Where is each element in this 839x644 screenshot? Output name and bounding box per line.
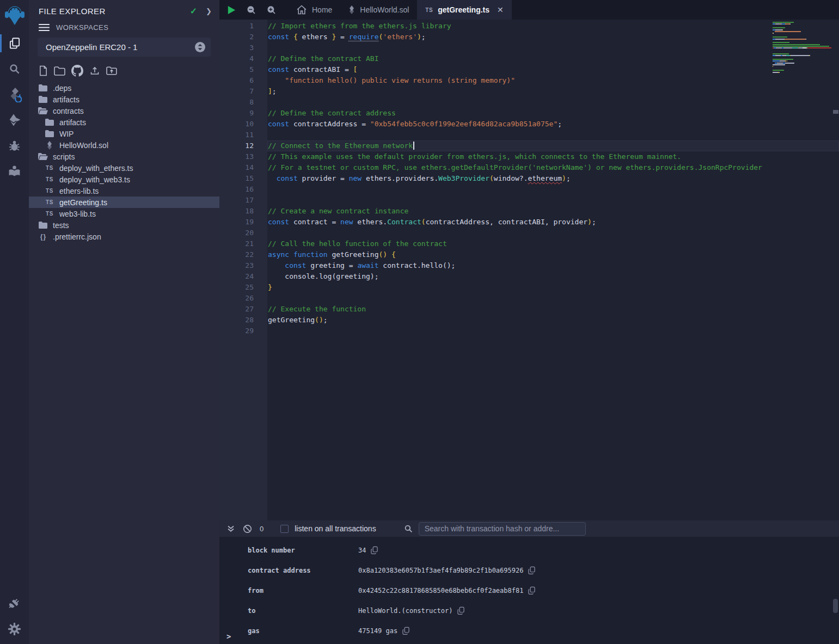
code-line-26[interactable] <box>267 293 839 304</box>
code-line-24[interactable]: console.log(greeting); <box>267 271 839 282</box>
code-line-9[interactable]: // Define the contract address <box>267 108 839 119</box>
zoom-out-icon[interactable] <box>241 0 261 20</box>
line-number: 11 <box>219 130 254 140</box>
code-line-28[interactable]: getGreeting(); <box>267 315 839 326</box>
code-line-23[interactable]: const greeting = await contract.hello(); <box>267 260 839 271</box>
line-number: 1 <box>219 21 254 32</box>
file-item-web3-lib-ts[interactable]: TSweb3-lib.ts <box>29 208 219 219</box>
terminal-search-input[interactable] <box>419 522 586 536</box>
settings-button[interactable] <box>0 616 29 642</box>
solidity-compiler-button[interactable] <box>0 82 29 107</box>
code-line-10[interactable]: const contractAddress = "0xb54febb5c0c0f… <box>267 119 839 130</box>
code-line-5[interactable]: const contractABI = [ <box>267 64 839 75</box>
code-line-2[interactable]: const { ethers } = require('ethers'); <box>267 32 839 42</box>
terminal-search-icon <box>403 524 413 533</box>
line-number: 21 <box>219 238 254 249</box>
file-item-deploy-with-web3-ts[interactable]: TSdeploy_with_web3.ts <box>29 174 219 185</box>
zoom-in-icon[interactable] <box>261 0 281 20</box>
minimap[interactable] <box>773 22 831 75</box>
workspaces-menu-icon[interactable] <box>39 23 50 32</box>
terminal-body[interactable]: block number34contract address0x8a120383… <box>219 537 839 644</box>
workspace-select[interactable]: OpenZeppelin ERC20 - 1 <box>38 38 211 57</box>
code-line-12[interactable]: // Connect to the Ethereum network <box>267 140 839 151</box>
terminal-prompt[interactable]: > <box>226 632 231 641</box>
code-line-16[interactable] <box>267 184 839 195</box>
workspace-name: OpenZeppelin ERC20 - 1 <box>46 42 137 52</box>
tab-label: getGreeting.ts <box>438 5 489 14</box>
terminal-clear-icon[interactable] <box>239 524 255 533</box>
chevron-right-icon[interactable]: ❯ <box>206 7 212 15</box>
file-item-artifacts[interactable]: artifacts <box>29 94 219 105</box>
terminal-scrollbar[interactable] <box>833 599 838 613</box>
tx-detail-value: 0x42452c22c88178685850e68beb6cf0f2aeab8f… <box>358 586 535 594</box>
code-line-25[interactable]: } <box>267 282 839 293</box>
code-line-29[interactable] <box>267 326 839 336</box>
code-line-1[interactable]: // Import ethers from the ethers.js libr… <box>267 21 839 32</box>
copy-icon[interactable] <box>402 627 409 635</box>
code-line-18[interactable]: // Create a new contract instance <box>267 206 839 217</box>
tab-home[interactable]: Home <box>288 0 340 20</box>
file-item-getgreeting-ts[interactable]: TSgetGreeting.ts <box>29 197 219 208</box>
copy-icon[interactable] <box>528 586 535 594</box>
line-number: 4 <box>219 53 254 64</box>
create-folder-icon[interactable] <box>54 66 65 76</box>
workspaces-label: WORKSPACES <box>56 23 108 32</box>
learneth-button[interactable] <box>0 158 29 184</box>
code-line-8[interactable] <box>267 97 839 108</box>
listen-all-transactions-checkbox[interactable] <box>280 525 289 533</box>
copy-icon[interactable] <box>457 606 464 615</box>
copy-icon[interactable] <box>371 546 378 554</box>
check-icon[interactable]: ✓ <box>190 6 197 16</box>
deploy-run-button[interactable] <box>0 107 29 133</box>
line-number: 10 <box>219 119 254 130</box>
file-item-prettierrc-json[interactable]: { }.prettierrc.json <box>29 231 219 242</box>
file-item-helloworld-sol[interactable]: HelloWorld.sol <box>29 139 219 151</box>
tab-helloworld-sol[interactable]: HelloWorld.sol <box>340 0 417 20</box>
clone-github-icon[interactable] <box>71 65 83 77</box>
code-line-17[interactable] <box>267 195 839 206</box>
terminal-collapse-icon[interactable] <box>223 524 239 533</box>
remix-logo-icon <box>4 4 25 26</box>
file-item-contracts[interactable]: contracts <box>29 105 219 116</box>
code-line-15[interactable]: const provider = new ethers.providers.We… <box>267 173 839 184</box>
code-line-3[interactable] <box>267 42 839 53</box>
run-script-button[interactable] <box>221 0 241 20</box>
code-line-14[interactable]: // For a testnet or custom RPC, use ethe… <box>267 162 839 173</box>
code-line-27[interactable]: // Execute the function <box>267 304 839 315</box>
upload-file-icon[interactable] <box>89 65 100 76</box>
code-editor[interactable]: 1234567891011121314151617181920212223242… <box>219 20 839 520</box>
code-line-6[interactable]: "function hello() public view returns (s… <box>267 75 839 86</box>
close-tab-icon[interactable]: ✕ <box>497 5 504 14</box>
tx-detail-value: 34 <box>358 546 378 554</box>
code-line-22[interactable]: async function getGreeting() { <box>267 249 839 260</box>
file-item-scripts[interactable]: scripts <box>29 151 219 162</box>
code-line-13[interactable]: // This example uses the default provide… <box>267 151 839 162</box>
file-item-artifacts[interactable]: artifacts <box>29 116 219 128</box>
editor-scrollbar[interactable] <box>833 110 838 114</box>
code-line-20[interactable] <box>267 228 839 238</box>
line-number: 14 <box>219 162 254 173</box>
workspace-updown-icon[interactable] <box>194 41 206 53</box>
file-item-deploy-with-ethers-ts[interactable]: TSdeploy_with_ethers.ts <box>29 162 219 174</box>
code-line-11[interactable] <box>267 130 839 140</box>
file-item-wip[interactable]: WIP <box>29 128 219 139</box>
plugin-manager-button[interactable] <box>0 591 29 616</box>
line-number: 9 <box>219 108 254 119</box>
tab-getgreeting-ts[interactable]: TSgetGreeting.ts✕ <box>417 0 511 20</box>
copy-icon[interactable] <box>528 566 535 574</box>
code-content[interactable]: // Import ethers from the ethers.js libr… <box>267 20 839 520</box>
file-item-tests[interactable]: tests <box>29 219 219 231</box>
code-line-19[interactable]: const contract = new ethers.Contract(con… <box>267 217 839 228</box>
remix-logo-button[interactable] <box>0 0 29 30</box>
file-explorer-button[interactable] <box>0 30 29 56</box>
search-button[interactable] <box>0 56 29 82</box>
upload-folder-icon[interactable] <box>106 66 118 76</box>
file-item-ethers-lib-ts[interactable]: TSethers-lib.ts <box>29 185 219 197</box>
code-line-4[interactable]: // Define the contract ABI <box>267 53 839 64</box>
code-line-21[interactable]: // Call the hello function of the contra… <box>267 238 839 249</box>
deploy-run-icon <box>8 113 21 127</box>
file-item-deps[interactable]: .deps <box>29 82 219 94</box>
create-file-icon[interactable] <box>39 65 48 76</box>
debugger-button[interactable] <box>0 133 29 158</box>
code-line-7[interactable]: ]; <box>267 86 839 97</box>
